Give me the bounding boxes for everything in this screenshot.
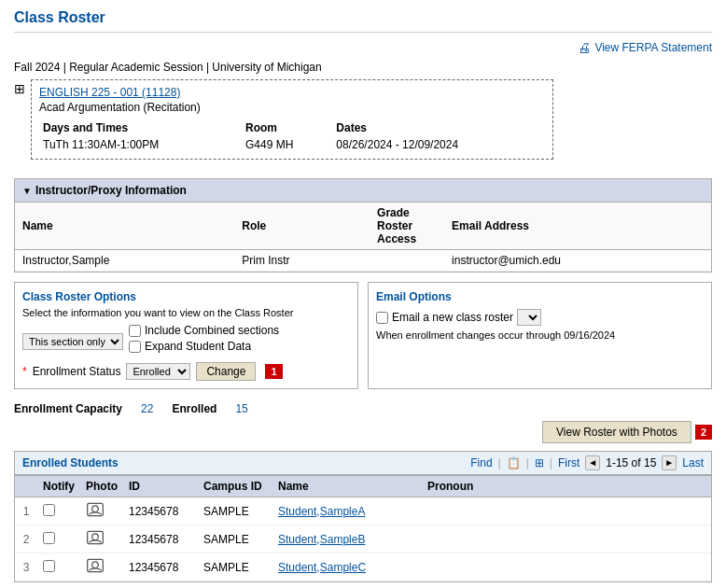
collapse-icon[interactable]: ▼ — [22, 186, 32, 196]
id-cell: 12345678 — [123, 497, 198, 525]
capacity-label: Enrollment Capacity — [14, 402, 122, 415]
col-room: Room — [242, 119, 332, 136]
row-num: 2 — [15, 525, 37, 553]
th-email: Email Address — [444, 203, 711, 250]
include-combined-label[interactable]: Include Combined sections — [129, 324, 279, 337]
ferpa-link-text: View FERPA Statement — [594, 41, 712, 54]
export-icon[interactable]: 📋 — [507, 456, 521, 469]
photo-icon — [86, 509, 105, 522]
photo-cell — [80, 525, 123, 553]
campus-id-cell: SAMPLE — [198, 525, 272, 553]
student-name-link[interactable]: Student,SampleB — [278, 533, 365, 546]
enrollment-status-row: *Enrollment Status EnrolledDroppedAll Ch… — [22, 362, 350, 381]
notify-checkbox[interactable] — [43, 560, 55, 572]
class-roster-options: Class Roster Options Select the informat… — [14, 282, 358, 389]
enrolled-value: 15 — [235, 402, 247, 415]
view-roster-button[interactable]: View Roster with Photos — [542, 421, 691, 443]
instructor-section: ▼ Instructor/Proxy Information Name Role… — [14, 178, 712, 273]
th-name: Name — [15, 203, 234, 250]
pronoun-cell — [422, 525, 711, 553]
enrollment-status-label: Enrollment Status — [33, 365, 121, 378]
capacity-value: 22 — [141, 402, 153, 415]
course-box: ENGLISH 225 - 001 (11128) Acad Argumenta… — [31, 79, 553, 160]
email-options: Email Options Email a new class roster W… — [368, 282, 712, 389]
enrolled-nav: Find | 📋 | ⊞ | First ◄ 1-15 of 15 ► Last — [470, 455, 704, 470]
campus-id-cell: SAMPLE — [198, 553, 272, 581]
col-days-times: Days and Times — [39, 119, 242, 136]
change-button[interactable]: Change — [196, 362, 256, 381]
ferpa-link[interactable]: 🖨 View FERPA Statement — [578, 40, 712, 55]
course-schedule-table: Days and Times Room Dates TuTh 11:30AM-1… — [39, 119, 545, 153]
email-checkbox-row: Email a new class roster — [376, 309, 704, 326]
printer-icon: 🖨 — [578, 40, 591, 55]
course-icon: ⊞ — [14, 81, 25, 96]
th-role: Role — [234, 203, 370, 250]
instructor-table: Name Role Grade Roster Access Email Addr… — [15, 202, 711, 272]
last-link[interactable]: Last — [682, 456, 704, 469]
row-num: 3 — [15, 553, 37, 581]
days-times-value: TuTh 11:30AM-1:00PM — [39, 136, 242, 153]
expand-student-label[interactable]: Expand Student Data — [129, 340, 279, 353]
row-num: 1 — [15, 497, 37, 525]
th-photo: Photo — [80, 476, 123, 497]
expand-student-checkbox[interactable] — [129, 341, 141, 353]
id-cell: 12345678 — [123, 525, 198, 553]
name-cell: Student,SampleC — [272, 553, 422, 581]
pronoun-cell — [422, 553, 711, 581]
table-row: 3 12345678 SAMPLE Student,SampleC — [15, 553, 711, 581]
svg-point-3 — [92, 534, 99, 540]
dates-value: 08/26/2024 - 12/09/2024 — [332, 136, 545, 153]
section-select-row: This section onlyAll sections Include Co… — [22, 324, 350, 358]
id-cell: 12345678 — [123, 553, 198, 581]
notify-checkbox[interactable] — [43, 532, 55, 544]
enrollment-status-select[interactable]: EnrolledDroppedAll — [126, 363, 190, 380]
instructor-section-header: ▼ Instructor/Proxy Information — [15, 179, 711, 202]
th-row-num — [15, 476, 37, 497]
req-asterisk: * — [22, 365, 27, 378]
find-link[interactable]: Find — [470, 456, 492, 469]
notify-cell — [37, 525, 80, 553]
enrolled-header: Enrolled Students Find | 📋 | ⊞ | First ◄… — [15, 452, 711, 475]
expand-student-text: Expand Student Data — [145, 340, 251, 353]
prev-arrow[interactable]: ◄ — [585, 455, 600, 470]
instructor-email: instructor@umich.edu — [444, 250, 711, 272]
course-subtitle: Acad Argumentation (Recitation) — [39, 101, 545, 114]
checkbox-group: Include Combined sections Expand Student… — [129, 324, 279, 353]
class-roster-options-title: Class Roster Options — [22, 290, 350, 303]
photo-cell — [80, 497, 123, 525]
section-select[interactable]: This section onlyAll sections — [22, 333, 123, 350]
notify-checkbox[interactable] — [43, 504, 55, 516]
enrolled-section: Enrolled Students Find | 📋 | ⊞ | First ◄… — [14, 451, 712, 582]
email-checkbox[interactable] — [376, 312, 388, 324]
name-cell: Student,SampleA — [272, 497, 422, 525]
svg-point-1 — [92, 506, 99, 512]
change-badge: 1 — [265, 364, 282, 379]
email-dropdown[interactable] — [517, 309, 541, 326]
view-roster-row: View Roster with Photos 2 — [14, 421, 712, 443]
th-notify: Notify — [37, 476, 80, 497]
student-name-link[interactable]: Student,SampleA — [278, 505, 365, 518]
instructor-header-text: Instructor/Proxy Information — [35, 184, 187, 197]
enrolled-table: Notify Photo ID Campus ID Name Pronoun 1 — [15, 475, 711, 581]
pronoun-cell — [422, 497, 711, 525]
grid-icon[interactable]: ⊞ — [535, 456, 544, 469]
email-note: When enrollment changes occur through 09… — [376, 329, 704, 341]
th-name: Name — [272, 476, 422, 497]
notify-cell — [37, 553, 80, 581]
include-combined-checkbox[interactable] — [129, 325, 141, 337]
course-link[interactable]: ENGLISH 225 - 001 (11128) — [39, 86, 180, 99]
include-combined-text: Include Combined sections — [145, 324, 279, 337]
view-roster-badge: 2 — [695, 425, 712, 440]
first-link[interactable]: First — [558, 456, 579, 469]
th-grade-access: Grade Roster Access — [370, 203, 444, 250]
enrolled-title: Enrolled Students — [22, 456, 119, 469]
th-pronoun: Pronoun — [422, 476, 711, 497]
student-name-link[interactable]: Student,SampleC — [278, 561, 366, 574]
next-arrow[interactable]: ► — [662, 455, 677, 470]
pagination-range: 1-15 of 15 — [606, 456, 656, 469]
instructor-row: Instructor,Sample Prim Instr instructor@… — [15, 250, 711, 272]
th-campus-id: Campus ID — [198, 476, 272, 497]
photo-icon — [86, 537, 105, 550]
campus-id-cell: SAMPLE — [198, 497, 272, 525]
session-info: Fall 2024 | Regular Academic Session | U… — [14, 61, 712, 74]
